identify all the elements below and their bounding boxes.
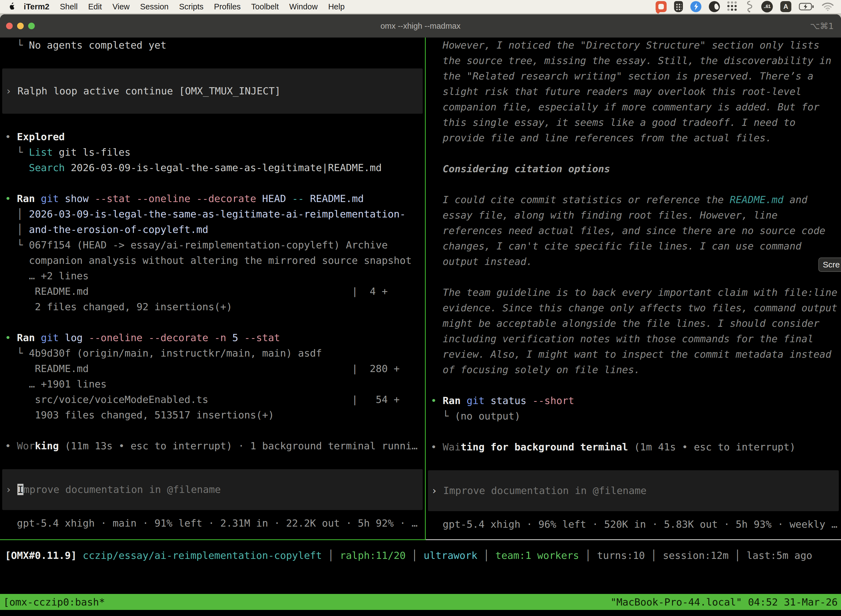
lightning-circle-icon[interactable] (690, 0, 701, 13)
text-segment: this single essay, it seems like a good … (431, 117, 796, 128)
screen-recording-icon[interactable] (656, 0, 667, 13)
shield-grid-icon[interactable] (674, 0, 683, 13)
text-segment: I could cite commit statistics or refere… (431, 194, 730, 205)
terminal-line: … +2 lines (0, 268, 425, 284)
menu-shell[interactable]: Shell (60, 2, 78, 11)
prompt-input-box[interactable]: › Improve documentation in @filename (428, 470, 839, 511)
left-pane[interactable]: └ No agents completed yet› Ralph loop ac… (0, 38, 425, 539)
text-segment: including verification notes with those … (431, 333, 813, 345)
menu-scripts[interactable]: Scripts (179, 2, 204, 11)
text-segment: └ 4b9d30f (origin/main, instructkr/main,… (5, 348, 322, 359)
text-segment: the source tree, missing the essay. Stil… (431, 55, 831, 66)
terminal-line: review. Also, I might want to inspect th… (426, 347, 841, 362)
text-segment: │ turns:10 │ session:12m │ last:5m ago (579, 550, 812, 561)
pane-status-line: gpt-5.4 xhigh · main · 91% left · 2.31M … (0, 516, 425, 531)
text-segment: gpt-5.4 xhigh · main · 91% left · 2.31M … (5, 518, 418, 529)
menu-session[interactable]: Session (140, 2, 168, 11)
keyboard-layout-icon[interactable]: A (780, 0, 791, 13)
text-segment: 2026-03-09-is-legal-the-same-as-legitima… (65, 162, 382, 173)
pane-status-line: gpt-5.4 xhigh · 96% left · 520K in · 5.8… (426, 517, 841, 532)
blank-line (0, 423, 425, 438)
text-segment: and-the-erosion-of-copyleft.md (29, 224, 208, 235)
text-segment: HEAD (256, 193, 286, 204)
menu-profiles[interactable]: Profiles (214, 2, 241, 11)
menu-items: iTerm2ShellEditViewSessionScriptsProfile… (24, 2, 350, 11)
blank-line (0, 53, 425, 69)
apple-menu[interactable] (7, 2, 16, 11)
close-button[interactable] (6, 23, 13, 29)
dots-grid-icon[interactable] (727, 0, 738, 13)
text-segment: No agents completed yet (29, 40, 167, 51)
text-segment: Wor (17, 440, 35, 452)
terminal-line: 2 files changed, 92 insertions(+) (0, 299, 425, 315)
text-segment: --oneline --decorate -n (83, 332, 226, 343)
text-segment: │ (322, 550, 340, 561)
title-bar[interactable]: omx --xhigh --madmax ⌥⌘1 (0, 14, 841, 38)
text-segment: │ (477, 550, 495, 561)
prompt-input-line[interactable]: › Improve documentation in @filename (2, 482, 423, 497)
menu-toolbelt[interactable]: Toolbelt (251, 2, 279, 11)
text-segment: │ (5, 224, 29, 235)
text-segment: › (6, 484, 18, 495)
menu-status-icons: ..61 A (656, 0, 834, 13)
menu-window[interactable]: Window (289, 2, 318, 11)
terminal-line: … +1901 lines (0, 377, 425, 392)
right-pane[interactable]: However, I noticed the "Directory Struct… (426, 38, 841, 539)
squiggle-icon[interactable] (746, 0, 754, 13)
terminal-line: The team guideline is to back every impo… (426, 285, 841, 300)
terminal-line: references need actual files, and since … (426, 223, 841, 238)
text-segment: status (485, 395, 526, 406)
prompt-input-line[interactable]: › Ralph loop active continue [OMX_TMUX_I… (2, 84, 423, 99)
text-segment: Ran (442, 395, 460, 406)
text-segment: provide file and line references from th… (431, 132, 771, 144)
minimize-button[interactable] (17, 23, 24, 29)
text-segment: src/voice/voiceModeEnabled.ts | 54 + (5, 394, 400, 405)
terminal-line: this single essay, it seems like a good … (426, 115, 841, 130)
terminal-line: • Working (11m 13s • esc to interrupt) ·… (0, 438, 425, 454)
terminal-line: README.md | 4 + (0, 284, 425, 299)
blank-line (426, 177, 841, 192)
prompt-input-line[interactable]: › Improve documentation in @filename (428, 483, 839, 499)
prompt-input-box[interactable]: › Ralph loop active continue [OMX_TMUX_I… (2, 69, 423, 114)
zoom-button[interactable] (28, 23, 35, 29)
traffic-lights (6, 14, 35, 38)
text-segment: 2026-03-09-is-legal-the-same-as-legitima… (29, 208, 406, 220)
text-segment: Ran (17, 332, 35, 343)
text-segment: Ran (17, 193, 35, 204)
menu-view[interactable]: View (112, 2, 129, 11)
pie-circle-icon[interactable] (709, 0, 720, 13)
terminal-line: slight risk that future readers may over… (426, 84, 841, 99)
text-segment: references need actual files, and since … (431, 225, 825, 236)
menu-help[interactable]: Help (328, 2, 344, 11)
text-segment: mprove documentation in @filename (23, 484, 221, 495)
battery-icon[interactable] (799, 0, 814, 13)
right-pane-bottom-border (426, 539, 841, 540)
window-shortcut-badge: ⌥⌘1 (810, 14, 834, 38)
prompt-input-box[interactable]: › Improve documentation in @filename (2, 469, 423, 510)
terminal-line: might be acceptable alongside the file l… (426, 316, 841, 331)
menu-edit[interactable]: Edit (88, 2, 102, 11)
text-segment: README.md | 280 + (5, 363, 400, 374)
text-segment: --short (526, 395, 574, 406)
menu-iterm2[interactable]: iTerm2 (24, 2, 49, 11)
text-segment: cczip/essay/ai-reimplementation-copyleft (77, 550, 322, 561)
screen-share-overlay-button[interactable]: Scre (818, 258, 841, 272)
terminal-line: changes, I can't cite specific file line… (426, 238, 841, 254)
tmux-status-bar: [omx-cczip0:bash* "MacBook-Pro-44.local"… (0, 594, 841, 610)
text-segment: └ (no output) (431, 411, 520, 422)
text-segment: Wai (442, 441, 460, 453)
tmux-session-label: [omx-cczip0:bash* (3, 596, 105, 608)
text-segment: (11m 13s • esc to interrupt) · 1 backgro… (59, 440, 418, 452)
text-segment: review. Also, I might want to inspect th… (431, 349, 831, 360)
terminal-line: including verification notes with those … (426, 331, 841, 347)
left-pane-bottom-border (0, 539, 425, 540)
text-segment: companion file, especially if more comme… (431, 101, 819, 113)
text-segment: log (59, 332, 83, 343)
terminal-line: 1903 files changed, 513517 insertions(+) (0, 407, 425, 423)
wifi-icon[interactable] (822, 0, 834, 13)
text-segment: I (18, 484, 23, 495)
terminal-line: Search 2026-03-09-is-legal-the-same-as-l… (0, 160, 425, 176)
countdown-badge-icon[interactable]: ..61 (761, 0, 773, 13)
text-segment: • (431, 441, 442, 453)
text-segment: essay file, along with finding root file… (431, 210, 778, 221)
